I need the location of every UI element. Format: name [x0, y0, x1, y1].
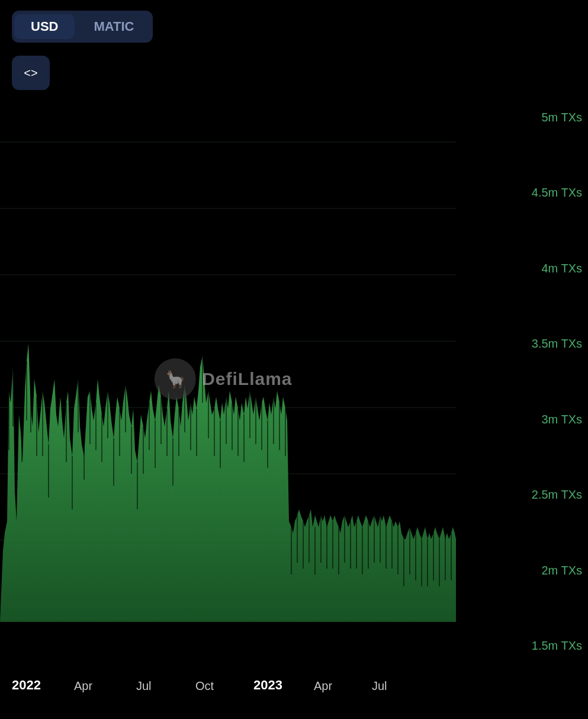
svg-rect-80: [439, 539, 440, 586]
x-label-apr-2023: Apr: [314, 679, 332, 693]
svg-rect-68: [368, 521, 369, 569]
svg-rect-70: [380, 515, 381, 563]
svg-rect-25: [113, 438, 114, 486]
svg-rect-20: [83, 426, 85, 480]
svg-rect-50: [261, 403, 262, 450]
svg-rect-66: [356, 521, 357, 569]
y-axis: 5m TXs 4.5m TXs 4m TXs 3.5m TXs 3m TXs 2…: [456, 107, 588, 651]
x-label-jul-2023: Jul: [372, 679, 387, 693]
svg-rect-41: [208, 391, 209, 438]
svg-rect-59: [314, 527, 316, 574]
y-label-15m: 1.5m TXs: [456, 640, 582, 651]
svg-rect-12: [26, 361, 27, 421]
svg-rect-75: [409, 527, 410, 574]
svg-rect-17: [66, 403, 67, 462]
svg-rect-11: [21, 373, 23, 462]
svg-rect-47: [243, 415, 245, 462]
svg-rect-33: [160, 397, 162, 444]
svg-rect-64: [344, 515, 345, 563]
svg-rect-22: [95, 403, 97, 450]
svg-rect-65: [350, 521, 351, 569]
svg-rect-54: [285, 409, 286, 456]
svg-rect-44: [226, 397, 227, 444]
svg-rect-18: [72, 456, 73, 509]
currency-toggle: USD MATIC: [12, 11, 153, 43]
svg-rect-42: [214, 409, 215, 456]
matic-button[interactable]: MATIC: [77, 14, 150, 39]
y-label-2m: 2m TXs: [456, 564, 582, 576]
x-label-apr-2022: Apr: [74, 679, 92, 693]
svg-rect-74: [403, 539, 404, 586]
svg-rect-16: [48, 444, 49, 497]
svg-rect-35: [172, 438, 173, 486]
svg-rect-69: [374, 515, 375, 563]
x-label-jul-2022: Jul: [136, 679, 152, 693]
svg-rect-30: [143, 426, 144, 474]
svg-rect-48: [249, 391, 250, 438]
svg-rect-57: [303, 521, 304, 569]
svg-rect-37: [184, 385, 185, 432]
svg-rect-23: [101, 415, 102, 462]
svg-rect-9: [8, 391, 9, 450]
svg-rect-28: [131, 426, 132, 474]
svg-rect-72: [391, 521, 393, 569]
y-label-4m: 4m TXs: [456, 262, 582, 274]
svg-rect-13: [30, 367, 31, 432]
svg-rect-46: [237, 409, 239, 456]
svg-rect-82: [451, 533, 452, 580]
svg-rect-53: [279, 403, 280, 450]
svg-rect-31: [149, 403, 150, 450]
svg-rect-56: [297, 515, 298, 563]
x-label-2022: 2022: [12, 678, 41, 693]
svg-rect-60: [320, 515, 322, 563]
svg-rect-49: [255, 397, 256, 444]
x-label-2023: 2023: [253, 678, 282, 693]
chart-area: 🦙 DefiLlama 5m TXs 4.5m TXs 4m TXs 3.5m …: [0, 107, 588, 651]
svg-rect-76: [415, 533, 416, 580]
svg-rect-24: [107, 391, 108, 438]
x-label-oct-2022: Oct: [195, 679, 214, 693]
svg-rect-21: [89, 391, 91, 444]
svg-rect-15: [42, 391, 43, 456]
svg-rect-19: [78, 379, 79, 432]
svg-rect-39: [196, 409, 197, 456]
y-label-25m: 2.5m TXs: [456, 489, 582, 500]
svg-rect-63: [338, 527, 339, 574]
svg-rect-81: [445, 533, 446, 580]
svg-rect-43: [220, 421, 221, 468]
svg-rect-40: [202, 355, 203, 403]
usd-button[interactable]: USD: [14, 14, 75, 39]
svg-rect-67: [362, 527, 363, 574]
svg-rect-51: [267, 421, 268, 468]
svg-rect-62: [332, 521, 333, 569]
svg-rect-14: [36, 397, 37, 456]
svg-rect-79: [433, 533, 434, 580]
svg-rect-52: [273, 397, 274, 444]
top-bar: USD MATIC: [0, 0, 588, 49]
svg-rect-36: [178, 409, 179, 456]
y-label-5m: 5m TXs: [456, 111, 582, 123]
svg-rect-58: [309, 515, 310, 563]
svg-rect-78: [427, 539, 428, 586]
svg-rect-73: [397, 527, 399, 574]
svg-rect-45: [232, 403, 233, 450]
svg-rect-29: [137, 462, 138, 509]
y-label-35m: 3.5m TXs: [456, 338, 582, 349]
svg-rect-10: [12, 367, 14, 426]
y-label-45m: 4.5m TXs: [456, 187, 582, 198]
svg-rect-61: [326, 521, 327, 569]
svg-rect-34: [166, 409, 168, 456]
svg-marker-8: [0, 344, 456, 622]
svg-rect-38: [190, 403, 191, 450]
svg-rect-32: [155, 421, 156, 468]
svg-rect-26: [119, 409, 120, 456]
embed-code-button[interactable]: <>: [12, 56, 50, 90]
svg-rect-77: [421, 539, 422, 586]
svg-rect-55: [291, 527, 292, 574]
code-btn-row: <>: [0, 49, 588, 95]
chart-svg: [0, 107, 456, 651]
svg-rect-27: [125, 385, 126, 432]
svg-rect-71: [385, 521, 387, 569]
x-axis: 2022 Apr Jul Oct 2023 Apr Jul: [0, 651, 456, 699]
y-label-3m: 3m TXs: [456, 413, 582, 425]
